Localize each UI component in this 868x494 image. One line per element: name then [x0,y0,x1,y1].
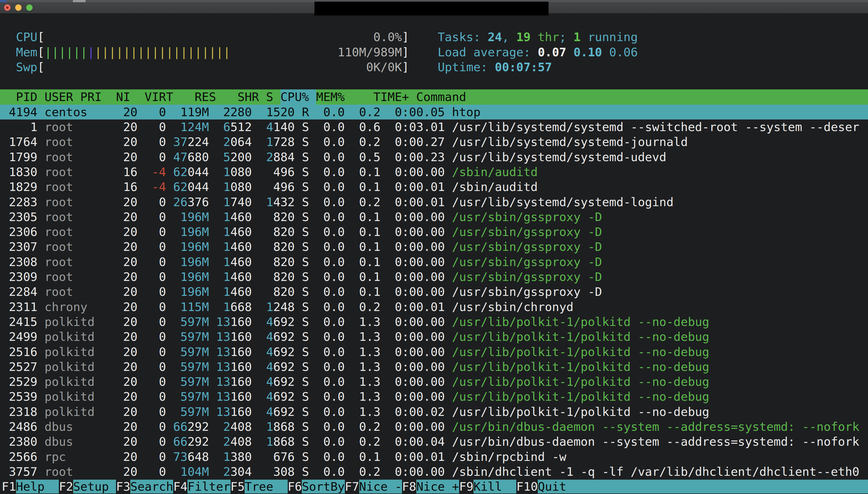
process-command: /usr/lib/systemd/systemd-journald [452,135,688,149]
process-row-2516[interactable]: 2516 polkitd 20 0 597M 13160 4692 S 0.0 … [2,344,868,359]
process-row-2308[interactable]: 2308 root 20 0 196M 1460 820 S 0.0 0.1 0… [2,254,868,269]
process-row-2527[interactable]: 2527 polkitd 20 0 597M 13160 4692 S 0.0 … [2,359,868,374]
swp-meter-label: Swp [16,60,38,74]
fn-f8-nice[interactable]: F8Nice + [402,480,459,493]
process-command: /sbin/auditd [452,165,538,179]
process-row-2306[interactable]: 2306 root 20 0 196M 1460 820 S 0.0 0.1 0… [2,224,868,239]
htop-terminal-window: { "colors": { "terminal_bg": "#1D1E20", … [0,0,868,494]
fn-f7-nice[interactable]: F7Nice - [345,480,402,493]
process-row-2284[interactable]: 2284 root 20 0 196M 1460 820 S 0.0 0.1 0… [2,284,868,299]
process-command: /usr/lib/polkit-1/polkitd --no-debug [452,330,709,344]
process-command: /usr/lib/polkit-1/polkitd --no-debug [452,405,709,419]
process-command: /usr/sbin/gssproxy -D [452,225,602,239]
fn-f6-sortby[interactable]: F6SortBy [288,480,345,493]
process-row-1764[interactable]: 1764 root 20 0 37224 2064 1728 S 0.0 0.2… [2,134,868,149]
process-command: /sbin/dhclient -1 -q -lf /var/lib/dhclie… [452,465,860,478]
redacted-title-overlay [315,2,549,16]
blank-line [2,75,868,90]
fn-f5-tree[interactable]: F5Tree [230,480,288,493]
process-command: /usr/bin/dbus-daemon --system --address=… [452,420,860,434]
meter-close-bracket: ] [402,45,409,59]
process-command: /usr/sbin/gssproxy -D [452,210,602,224]
mem-meter-value: 110M/989M [338,45,402,59]
fn-f1-help[interactable]: F1Help [2,480,59,493]
process-row-2380[interactable]: 2380 dbus 20 0 66292 2408 1868 S 0.0 0.2… [2,434,868,449]
process-command: /usr/lib/polkit-1/polkitd --no-debug [452,315,709,329]
fn-f10-quit[interactable]: F10Quit [516,480,868,493]
blank-line [2,15,868,30]
meter-bars: |||||| [44,45,87,59]
process-row-2539[interactable]: 2539 polkitd 20 0 597M 13160 4692 S 0.0 … [2,389,868,404]
meter-open-bracket: [ [37,60,44,74]
process-command: /usr/lib/polkit-1/polkitd --no-debug [452,390,709,403]
stat-uptime: Uptime: 00:07:57 [438,60,552,74]
process-command: /usr/lib/polkit-1/polkitd --no-debug [452,345,709,359]
close-dot-icon [6,6,8,9]
zoom-button[interactable] [26,4,33,11]
fn-f9-kill[interactable]: F9Kill [459,480,516,493]
process-command: /usr/lib/systemd/systemd-udevd [452,150,666,164]
meter-bars: | [88,45,95,59]
process-command: /usr/sbin/gssproxy -D [452,285,602,299]
process-row-2499[interactable]: 2499 polkitd 20 0 597M 13160 4692 S 0.0 … [2,329,868,344]
process-row-1[interactable]: 1 root 20 0 124M 6512 4140 S 0.0 0.6 0:0… [2,119,868,134]
process-row-2318[interactable]: 2318 polkitd 20 0 597M 13160 4692 S 0.0 … [2,404,868,419]
meter-row-cpu: CPU[ 0.0%] Tasks: 24, 19 thr; 1 running [2,30,868,44]
stat-load-average: Load average: 0.07 0.10 0.06 [438,45,638,59]
process-command: /sbin/rpcbind -w [452,450,566,464]
process-row-2566[interactable]: 2566 rpc 20 0 73648 1380 676 S 0.0 0.1 0… [2,449,868,464]
process-row-1799[interactable]: 1799 root 20 0 47680 5200 2884 S 0.0 0.5… [2,150,868,165]
meter-close-bracket: ] [402,30,409,44]
table-header[interactable]: PID USER PRI NI VIRT RES SHR S CPU% MEM%… [0,90,868,104]
fn-f4-filter[interactable]: F4Filter [173,480,230,493]
process-command: /usr/lib/systemd/systemd --switched-root… [452,120,860,134]
terminal-screen: CPU[ 0.0%] Tasks: 24, 19 thr; 1 running … [0,13,868,494]
process-command: /usr/sbin/chronyd [452,300,573,314]
process-row-3757[interactable]: 3757 root 20 0 104M 2304 308 S 0.0 0.2 0… [2,464,868,479]
process-command: /usr/sbin/gssproxy -D [452,270,602,284]
meter-open-bracket: [ [37,45,44,59]
cpu-meter-label: CPU [16,30,38,44]
process-row-1829[interactable]: 1829 root 16 -4 62044 1080 496 S 0.0 0.1… [2,179,868,194]
background-window-tab [73,0,86,2]
background-window-fragment [0,0,7,2]
process-command: /usr/lib/polkit-1/polkitd --no-debug [452,375,709,388]
process-row-4194[interactable]: 4194 centos 20 0 119M 2280 1520 R 0.0 0.… [0,104,868,119]
meter-row-swp: Swp[ 0K/0K] Uptime: 00:07:57 [2,60,868,75]
process-command: /usr/lib/polkit-1/polkitd --no-debug [452,360,709,374]
meter-close-bracket: ] [402,60,409,74]
process-row-2529[interactable]: 2529 polkitd 20 0 597M 13160 4692 S 0.0 … [2,374,868,389]
process-row-1830[interactable]: 1830 root 16 -4 62044 1080 496 S 0.0 0.1… [2,165,868,179]
process-command: /usr/sbin/gssproxy -D [452,255,602,269]
meter-row-mem: Mem[|||||||||||||||||||||||||| 110M/989M… [2,45,868,60]
stat-tasks: Tasks: 24, 19 thr; 1 running [438,30,638,44]
process-row-2415[interactable]: 2415 polkitd 20 0 597M 13160 4692 S 0.0 … [2,314,868,329]
process-row-2307[interactable]: 2307 root 20 0 196M 1460 820 S 0.0 0.1 0… [2,239,868,254]
process-command: /usr/lib/systemd/systemd-logind [452,195,674,209]
process-command: /usr/bin/dbus-daemon --system --address=… [452,435,860,449]
function-key-bar: F1Help F2Setup F3SearchF4FilterF5Tree F6… [2,479,868,494]
process-row-2283[interactable]: 2283 root 20 0 26376 1740 1432 S 0.0 0.2… [2,194,868,209]
meter-open-bracket: [ [37,30,44,44]
process-command: htop [452,105,481,119]
process-row-2305[interactable]: 2305 root 20 0 196M 1460 820 S 0.0 0.1 0… [2,209,868,224]
process-row-2311[interactable]: 2311 chrony 20 0 115M 1668 1248 S 0.0 0.… [2,300,868,314]
minimize-button[interactable] [15,4,21,11]
cpu-meter-value: 0.0% [373,30,402,44]
process-command: /usr/sbin/gssproxy -D [452,240,602,254]
process-row-2309[interactable]: 2309 root 20 0 196M 1460 820 S 0.0 0.1 0… [2,269,868,284]
process-command: /sbin/auditd [452,180,538,194]
mem-meter-label: Mem [16,45,38,59]
column-header-cpu-sorted[interactable]: CPU% [281,90,316,104]
swp-meter-value: 0K/0K [366,60,402,74]
fn-f3-search[interactable]: F3Search [116,480,173,493]
process-row-2486[interactable]: 2486 dbus 20 0 66292 2408 1868 S 0.0 0.2… [2,419,868,434]
meter-bars: ||||||||||||||||||| [95,45,230,59]
close-button[interactable] [4,4,11,11]
fn-f2-setup[interactable]: F2Setup [59,480,116,493]
